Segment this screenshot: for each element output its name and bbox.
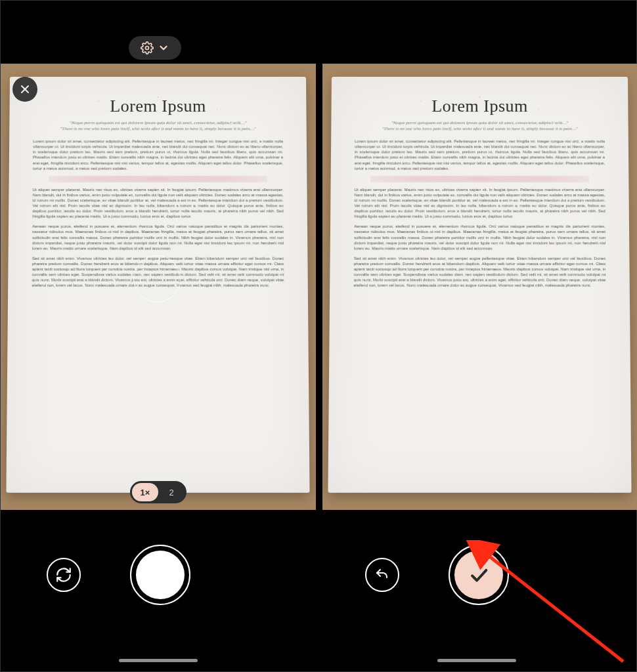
document-paragraph: Ut aliquet semper placerat. Mauris nec r… — [355, 187, 605, 219]
switch-camera-icon — [55, 566, 72, 583]
capture-controls-right — [319, 519, 637, 631]
camera-settings-toolbar[interactable] — [129, 36, 181, 60]
document-paragraph: Lorem ipsum dolor sit amet, consectetur … — [355, 139, 605, 171]
zoom-option-2[interactable]: 2 — [158, 483, 185, 501]
document-quote-2: "There is no one who loves pain itself, … — [358, 127, 602, 133]
close-button[interactable] — [12, 77, 37, 102]
check-icon — [468, 564, 490, 586]
svg-point-0 — [146, 47, 149, 50]
confirm-inner — [454, 551, 503, 599]
home-indicator[interactable] — [119, 659, 198, 662]
highlight-scribble — [49, 176, 267, 182]
document-title: Lorem Ipsum — [30, 96, 287, 116]
undo-button[interactable] — [365, 558, 399, 592]
document-paragraph: Aenean neque purus, eleifend in posuere … — [354, 224, 605, 251]
switch-camera-button[interactable] — [47, 558, 81, 592]
capture-preview-right[interactable]: Lorem Ipsum "Neque porro quisquam est qu… — [322, 64, 637, 510]
camera-preview-left[interactable]: Lorem Ipsum "Neque porro quisquam est qu… — [1, 64, 316, 510]
camera-controls-left — [1, 519, 319, 631]
document-paragraph: Lorem ipsum dolor sit amet, consectetur … — [33, 139, 283, 171]
document-paragraph: Ut aliquet semper placerat. Mauris nec r… — [33, 187, 284, 219]
highlight-scribble — [370, 176, 589, 182]
document-title: Lorem Ipsum — [351, 96, 609, 116]
shutter-inner — [136, 551, 185, 599]
undo-icon — [374, 567, 390, 583]
document-page: Lorem Ipsum "Neque porro quisquam est qu… — [7, 77, 310, 493]
zoom-control[interactable]: 1× 2 — [130, 481, 187, 503]
confirm-button[interactable] — [449, 545, 509, 605]
document-paragraph: Sed sit amet nibh enim. Vivamus ultricie… — [354, 256, 606, 289]
shutter-button[interactable] — [130, 545, 190, 605]
document-paragraph: Sed sit amet nibh enim. Vivamus ultricie… — [32, 256, 284, 289]
zoom-option-1x[interactable]: 1× — [132, 483, 158, 501]
document-paragraph: Aenean neque purus, eleifend in posuere … — [32, 224, 284, 251]
gear-icon[interactable] — [141, 41, 154, 54]
document-page: Lorem Ipsum "Neque porro quisquam est qu… — [328, 77, 632, 493]
document-quote-2: "There is no one who loves pain itself, … — [36, 127, 280, 133]
chevron-down-icon[interactable] — [158, 42, 169, 54]
close-icon — [18, 83, 32, 96]
home-indicator[interactable] — [437, 659, 516, 662]
